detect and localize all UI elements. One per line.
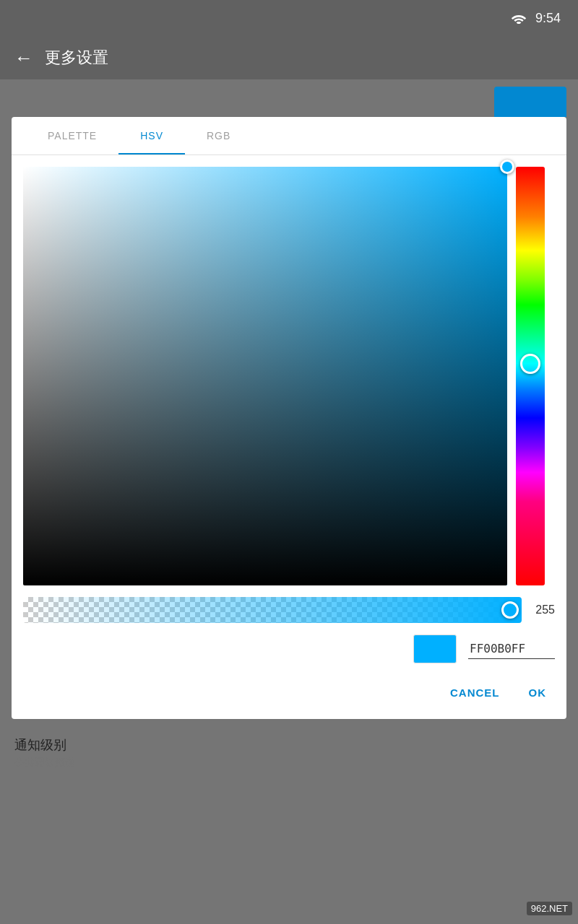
sv-square[interactable] xyxy=(23,167,507,585)
section-title: 通知级别 xyxy=(14,736,564,754)
action-row: CANCEL OK xyxy=(12,675,566,719)
watermark: 962.NET xyxy=(527,902,572,915)
ok-button[interactable]: OK xyxy=(520,681,556,705)
sv-thumb[interactable] xyxy=(500,160,514,174)
alpha-slider[interactable] xyxy=(23,597,522,623)
hue-slider[interactable] xyxy=(516,167,545,585)
active-tab-hint xyxy=(494,87,566,117)
tab-palette[interactable]: PALETTE xyxy=(26,117,118,154)
tab-rgb[interactable]: RGB xyxy=(185,117,252,154)
wifi-icon xyxy=(511,12,527,24)
back-button[interactable]: ← xyxy=(14,47,33,69)
cancel-button[interactable]: CANCEL xyxy=(441,681,509,705)
color-picker-area xyxy=(12,155,566,591)
preview-row xyxy=(12,629,566,675)
alpha-thumb[interactable] xyxy=(501,601,519,619)
section-subtitle: 公共通知频道 xyxy=(14,757,564,770)
tab-hsv[interactable]: HSV xyxy=(118,117,185,154)
sv-square-container[interactable] xyxy=(23,167,507,585)
alpha-gradient xyxy=(23,597,522,623)
color-picker-dialog: PALETTE HSV RGB 255 xyxy=(12,117,566,719)
hex-input[interactable] xyxy=(468,639,555,659)
bottom-section: 通知级别 公共通知频道 xyxy=(0,719,578,778)
color-swatch xyxy=(413,635,457,663)
status-bar: 9:54 xyxy=(0,0,578,36)
top-bar: ← 更多设置 xyxy=(0,36,578,79)
tab-hint-area xyxy=(0,79,578,117)
hue-slider-container[interactable] xyxy=(516,167,545,585)
alpha-value: 255 xyxy=(529,603,555,616)
status-time: 9:54 xyxy=(535,11,561,26)
sv-gradient-dark xyxy=(23,167,507,585)
alpha-row: 255 xyxy=(12,591,566,629)
hue-thumb[interactable] xyxy=(520,354,540,374)
page-title: 更多设置 xyxy=(45,47,108,69)
tab-bar: PALETTE HSV RGB xyxy=(12,117,566,155)
